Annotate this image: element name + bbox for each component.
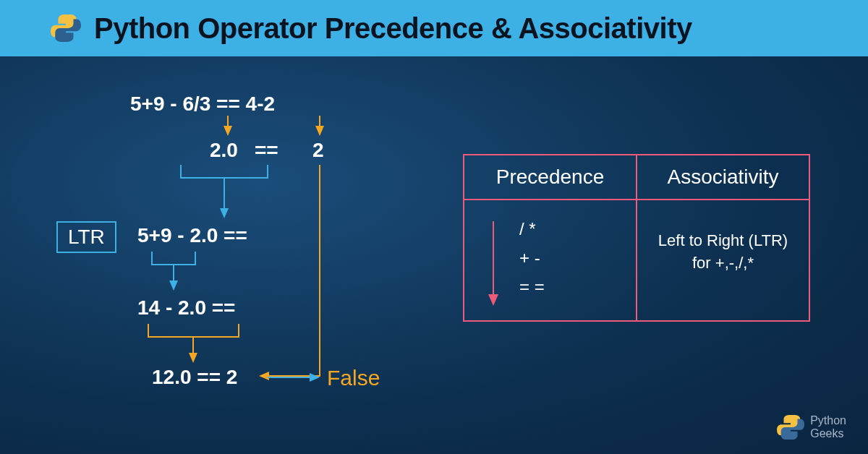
table-col-precedence: Precedence / * + - = = xyxy=(464,155,637,320)
ltr-label-box: LTR xyxy=(56,221,116,253)
footer-brand-line1: Python xyxy=(810,414,846,427)
table-col-associativity: Associativity Left to Right (LTR) for +,… xyxy=(637,155,809,320)
expression-line-3: 5+9 - 2.0 == xyxy=(137,224,247,247)
table-head-associativity: Associativity xyxy=(637,155,809,200)
header-bar: Python Operator Precedence & Associativi… xyxy=(0,0,868,56)
table-body-precedence: / * + - = = xyxy=(464,200,636,320)
result-false: False xyxy=(327,366,380,390)
precedence-arrow-icon xyxy=(486,218,501,312)
diagram-content: 5+9 - 6/3 == 4-2 2.0 == 2 LTR 5+9 - 2.0 … xyxy=(0,56,868,454)
table-head-precedence: Precedence xyxy=(464,155,636,200)
expression-line-1: 5+9 - 6/3 == 4-2 xyxy=(130,93,275,116)
expression-line-5: 12.0 == 2 xyxy=(152,366,237,389)
step-value-2: 2 xyxy=(312,139,324,162)
table-body-associativity: Left to Right (LTR) for +,-,/,* xyxy=(637,200,809,309)
expression-line-4: 14 - 2.0 == xyxy=(137,296,235,320)
footer-brand: Python Geeks xyxy=(777,414,846,441)
page-title: Python Operator Precedence & Associativi… xyxy=(94,12,692,45)
footer-brand-text: Python Geeks xyxy=(810,414,846,440)
step-eq-1: == xyxy=(255,139,278,162)
precedence-table: Precedence / * + - = = Associativity Lef… xyxy=(463,154,810,322)
python-logo-icon xyxy=(51,13,81,43)
step-value-2-0: 2.0 xyxy=(210,139,238,162)
associativity-text: Left to Right (LTR) for +,-,/,* xyxy=(649,230,797,275)
footer-brand-line2: Geeks xyxy=(810,427,846,440)
python-logo-small-icon xyxy=(777,414,804,441)
